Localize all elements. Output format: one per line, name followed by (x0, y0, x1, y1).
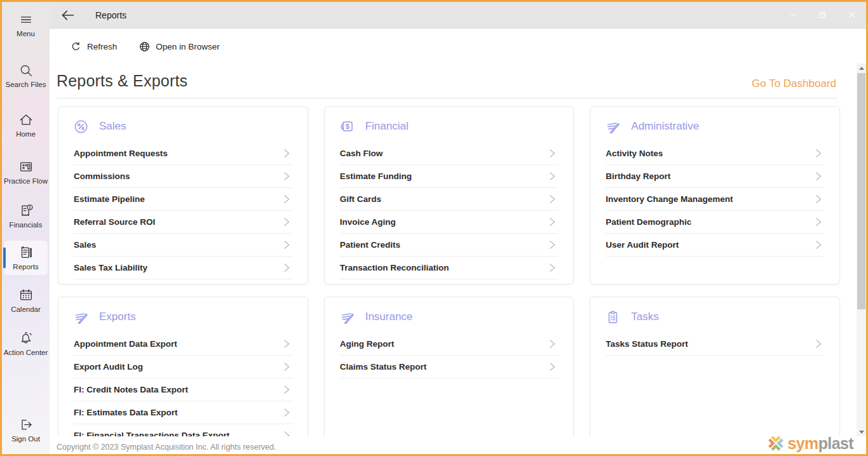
chevron-right-icon (280, 384, 292, 396)
chevron-right-icon (546, 170, 558, 182)
sidebar-item-label: Sign Out (11, 435, 40, 444)
chevron-right-icon (546, 147, 558, 159)
copyright-text: Copyright © 2023 Symplast Acquisition In… (57, 443, 276, 452)
report-link-inventory-change-management[interactable]: Inventory Change Management (606, 188, 824, 211)
report-link-label: Inventory Change Management (606, 194, 733, 204)
report-link-commissions[interactable]: Commissions (74, 165, 292, 188)
report-link-referral-source-roi[interactable]: Referral Source ROI (74, 211, 292, 234)
report-cards-grid: Sales Appointment Requests Commissions E… (58, 106, 840, 454)
chevron-right-icon (812, 170, 824, 182)
report-link-label: Estimate Funding (340, 171, 412, 181)
report-link-sales[interactable]: Sales (74, 234, 292, 257)
card-title: Insurance (365, 311, 413, 323)
report-link-label: Estimate Pipeline (74, 194, 145, 204)
minimize-icon (790, 11, 797, 18)
report-link-activity-notes[interactable]: Activity Notes (606, 142, 824, 165)
report-link-aging-report[interactable]: Aging Report (340, 333, 559, 356)
main-area: Reports Refresh Open in Browser (50, 2, 866, 454)
report-link-birthday-report[interactable]: Birthday Report (606, 165, 824, 188)
sidebar-item-action-center[interactable]: Action Center (2, 326, 50, 361)
clipboard-check-icon (606, 310, 620, 325)
sidebar-item-label: Reports (13, 263, 38, 272)
sidebar-item-label: Financials (10, 221, 43, 230)
scroll-down-arrow-icon[interactable] (857, 427, 866, 436)
notes-pen-icon (74, 310, 88, 325)
reports-icon (18, 245, 34, 261)
report-link-label: Birthday Report (606, 171, 670, 181)
report-link-patient-demographic[interactable]: Patient Demographic (606, 211, 824, 234)
report-link-label: Transaction Reconciliation (340, 263, 449, 272)
report-link-estimate-pipeline[interactable]: Estimate Pipeline (74, 188, 292, 211)
go-to-dashboard-link[interactable]: Go To Dashboard (752, 77, 837, 90)
report-link-cash-flow[interactable]: Cash Flow (340, 142, 559, 165)
sidebar-item-label: Practice Flow (4, 177, 48, 186)
sidebar-item-reports[interactable]: Reports (4, 241, 48, 276)
sidebar-item-sign-out[interactable]: Sign Out (2, 413, 50, 448)
report-link-estimate-funding[interactable]: Estimate Funding (340, 165, 559, 188)
sidebar-item-home[interactable]: Home (2, 108, 50, 143)
report-link-label: Sales (74, 240, 96, 250)
vertical-scrollbar[interactable] (857, 64, 866, 436)
svg-text:$: $ (346, 122, 349, 130)
report-link-label: FI: Credit Notes Data Export (74, 385, 188, 394)
report-link-transaction-reconciliation[interactable]: Transaction Reconciliation (340, 257, 559, 279)
sidebar-item-calendar[interactable]: Calendar (2, 283, 50, 318)
page-header: Reports & Exports Go To Dashboard (57, 69, 837, 98)
report-link-claims-status-report[interactable]: Claims Status Report (340, 356, 559, 379)
svg-text:$: $ (29, 205, 31, 210)
report-link-label: Export Audit Log (74, 362, 143, 372)
card-rows: Appointment Data Export Export Audit Log… (74, 333, 292, 447)
window-controls (778, 2, 866, 28)
sidebar-item-financials[interactable]: $ Financials (2, 199, 50, 234)
chevron-right-icon (812, 239, 824, 251)
open-in-browser-button[interactable]: Open in Browser (139, 41, 220, 52)
minimize-button[interactable] (778, 2, 808, 28)
back-arrow-icon (60, 8, 76, 23)
report-link-fi-estimates-data-export[interactable]: FI: Estimates Data Export (74, 401, 292, 424)
chevron-right-icon (280, 406, 292, 419)
report-link-patient-credits[interactable]: Patient Credits (340, 234, 559, 257)
chevron-right-icon (812, 147, 824, 159)
scroll-up-arrow-icon[interactable] (857, 64, 866, 72)
card-exports: Exports Appointment Data Export Export A… (58, 297, 308, 454)
card-title: Tasks (631, 311, 658, 323)
report-link-appointment-data-export[interactable]: Appointment Data Export (74, 333, 292, 356)
close-button[interactable] (837, 2, 866, 28)
report-link-label: Cash Flow (340, 149, 383, 158)
report-link-export-audit-log[interactable]: Export Audit Log (74, 356, 292, 379)
card-tasks: Tasks Tasks Status Report (590, 297, 840, 454)
scrollbar-thumb[interactable] (857, 73, 865, 309)
card-financial: $ Financial Cash Flow Estimate Funding G… (324, 106, 574, 285)
report-link-label: User Audit Report (606, 240, 679, 250)
report-link-fi-credit-notes-data-export[interactable]: FI: Credit Notes Data Export (74, 379, 292, 401)
sign-out-icon (18, 417, 34, 433)
report-link-label: Aging Report (340, 339, 395, 349)
card-rows: Activity Notes Birthday Report Inventory… (606, 142, 824, 257)
refresh-button[interactable]: Refresh (71, 41, 117, 52)
report-link-sales-tax-liability[interactable]: Sales Tax Liability (74, 257, 292, 279)
restore-button[interactable] (808, 2, 837, 28)
report-link-gift-cards[interactable]: Gift Cards (340, 188, 559, 211)
report-link-tasks-status-report[interactable]: Tasks Status Report (606, 333, 824, 356)
sidebar-item-label: Search Files (6, 81, 46, 90)
notes-pen-icon (606, 119, 620, 134)
report-link-user-audit-report[interactable]: User Audit Report (606, 234, 824, 257)
report-link-invoice-aging[interactable]: Invoice Aging (340, 211, 559, 234)
practice-flow-icon (18, 159, 34, 175)
chevron-right-icon (546, 193, 558, 205)
sidebar-item-practice-flow[interactable]: Practice Flow (2, 155, 50, 190)
sidebar-item-search-files[interactable]: Search Files (2, 58, 50, 93)
card-title: Exports (99, 311, 136, 323)
chevron-right-icon (546, 262, 558, 274)
titlebar: Reports (50, 2, 866, 29)
card-sales: Sales Appointment Requests Commissions E… (58, 106, 308, 285)
chevron-right-icon (546, 239, 558, 251)
bell-icon (18, 330, 34, 347)
sidebar-item-menu[interactable]: Menu (2, 8, 50, 43)
report-link-appointment-requests[interactable]: Appointment Requests (74, 142, 292, 165)
chevron-right-icon (280, 361, 292, 373)
refresh-icon (71, 41, 81, 52)
back-button[interactable] (60, 8, 76, 23)
card-insurance: Insurance Aging Report Claims Status Rep… (324, 297, 574, 454)
chevron-right-icon (812, 216, 824, 228)
